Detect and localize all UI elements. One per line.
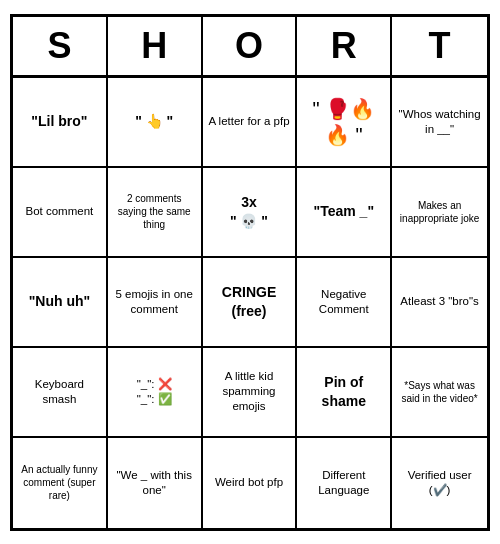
cell-text: " 🥊🔥 🔥 " bbox=[301, 96, 386, 148]
cell-text: Verified user (✔️) bbox=[396, 468, 483, 498]
cell-text: Weird bot pfp bbox=[207, 475, 292, 490]
bingo-cell-r2c3: 3x " 💀 " bbox=[203, 168, 298, 258]
cell-text: A letter for a pfp bbox=[207, 114, 292, 129]
bingo-cell-r5c1: An actually funny comment (super rare) bbox=[13, 438, 108, 528]
header-letter: T bbox=[392, 17, 487, 75]
cell-text: " 👆 " bbox=[112, 112, 197, 130]
header-letter: S bbox=[13, 17, 108, 75]
bingo-cell-r1c3: A letter for a pfp bbox=[203, 78, 298, 168]
cell-text: Negative Comment bbox=[301, 287, 386, 317]
cell-text: Keyboard smash bbox=[17, 377, 102, 407]
bingo-header: SHORT bbox=[13, 17, 487, 78]
bingo-cell-r3c3: CRINGE (free) bbox=[203, 258, 298, 348]
bingo-grid: "Lil bro"" 👆 "A letter for a pfp" 🥊🔥 🔥 "… bbox=[13, 78, 487, 528]
bingo-cell-r2c2: 2 comments saying the same thing bbox=[108, 168, 203, 258]
bingo-cell-r5c5: Verified user (✔️) bbox=[392, 438, 487, 528]
header-letter: H bbox=[108, 17, 203, 75]
bingo-cell-r5c4: Different Language bbox=[297, 438, 392, 528]
bingo-cell-r5c2: "We _ with this one" bbox=[108, 438, 203, 528]
bingo-cell-r2c5: Makes an inappropriate joke bbox=[392, 168, 487, 258]
cell-text: Makes an inappropriate joke bbox=[396, 199, 483, 225]
bingo-cell-r1c4: " 🥊🔥 🔥 " bbox=[297, 78, 392, 168]
bingo-card: SHORT "Lil bro"" 👆 "A letter for a pfp" … bbox=[10, 14, 490, 531]
bingo-cell-r3c2: 5 emojis in one comment bbox=[108, 258, 203, 348]
bingo-cell-r4c1: Keyboard smash bbox=[13, 348, 108, 438]
cell-text: Different Language bbox=[301, 468, 386, 498]
bingo-cell-r3c1: "Nuh uh" bbox=[13, 258, 108, 348]
bingo-cell-r1c5: "Whos watching in __" bbox=[392, 78, 487, 168]
bingo-cell-r2c4: "Team _" bbox=[297, 168, 392, 258]
bingo-cell-r1c1: "Lil bro" bbox=[13, 78, 108, 168]
bingo-cell-r3c5: Atleast 3 "bro"s bbox=[392, 258, 487, 348]
bingo-cell-r3c4: Negative Comment bbox=[297, 258, 392, 348]
cell-text: *Says what was said in the video* bbox=[396, 379, 483, 405]
cell-text: 5 emojis in one comment bbox=[112, 287, 197, 317]
cell-text: "_": ❌ "_": ✅ bbox=[112, 377, 197, 407]
bingo-cell-r5c3: Weird bot pfp bbox=[203, 438, 298, 528]
bingo-cell-r4c5: *Says what was said in the video* bbox=[392, 348, 487, 438]
cell-text: Atleast 3 "bro"s bbox=[396, 294, 483, 309]
cell-text: Pin of shame bbox=[301, 373, 386, 409]
cell-text: "Team _" bbox=[301, 202, 386, 220]
cell-text: "Whos watching in __" bbox=[396, 107, 483, 137]
cell-text: "Lil bro" bbox=[17, 112, 102, 130]
cell-text: An actually funny comment (super rare) bbox=[17, 463, 102, 502]
cell-text: A little kid spamming emojis bbox=[207, 369, 292, 414]
cell-text: 3x " 💀 " bbox=[207, 193, 292, 229]
header-letter: R bbox=[297, 17, 392, 75]
header-letter: O bbox=[203, 17, 298, 75]
bingo-cell-r4c2: "_": ❌ "_": ✅ bbox=[108, 348, 203, 438]
bingo-cell-r4c3: A little kid spamming emojis bbox=[203, 348, 298, 438]
cell-text: 2 comments saying the same thing bbox=[112, 192, 197, 231]
cell-text: Bot comment bbox=[17, 204, 102, 219]
bingo-cell-r4c4: Pin of shame bbox=[297, 348, 392, 438]
cell-text: "We _ with this one" bbox=[112, 468, 197, 498]
bingo-cell-r1c2: " 👆 " bbox=[108, 78, 203, 168]
cell-text: "Nuh uh" bbox=[17, 292, 102, 310]
cell-text: CRINGE (free) bbox=[207, 283, 292, 319]
bingo-cell-r2c1: Bot comment bbox=[13, 168, 108, 258]
